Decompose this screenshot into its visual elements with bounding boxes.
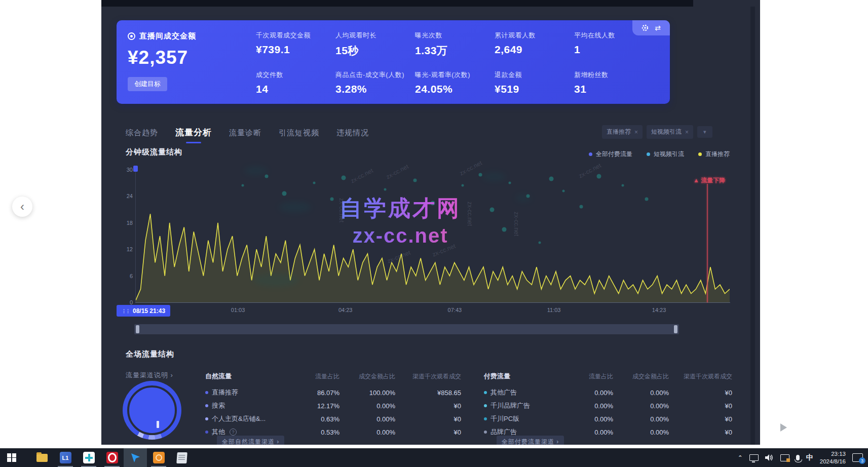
create-goal-button[interactable]: 创建目标	[128, 77, 167, 91]
tab[interactable]: 违规情况	[336, 128, 369, 144]
tab-bar: 综合趋势流量分析流量诊断引流短视频违规情况	[126, 127, 369, 144]
banner-metric: 退款金额¥519	[495, 70, 574, 95]
filter-chip-label: 短视频引流	[651, 128, 682, 136]
legend-label: 短视频引流	[654, 150, 684, 159]
blue-l1-app-button[interactable]: L1	[54, 448, 77, 467]
channel-dot	[205, 391, 208, 394]
chip-close-icon[interactable]: ×	[685, 129, 689, 136]
legend-label: 全部付费流量	[596, 150, 632, 159]
swap-icon[interactable]: ⇄	[655, 24, 661, 31]
help-icon[interactable]: ?	[230, 429, 237, 436]
channel-help-link[interactable]: 流量渠道说明 ›	[126, 371, 173, 380]
blue-pointer-app-button[interactable]	[124, 448, 147, 467]
watermark-tile: zx-cc.net	[431, 243, 457, 258]
legend-dot	[647, 152, 650, 156]
metric-value: 1	[574, 44, 654, 56]
metric-label: 新增粉丝数	[574, 70, 654, 80]
metric-label: 人均观看时长	[335, 31, 415, 40]
start-button[interactable]	[0, 448, 23, 467]
notification-center-icon[interactable]: 3	[852, 453, 863, 462]
metric-label: 千次观看成交金额	[256, 31, 335, 40]
per-mille-gmv: ¥0	[395, 429, 461, 436]
snip-tool-icon[interactable]	[780, 454, 789, 461]
microphone-icon[interactable]	[796, 455, 800, 460]
all-paid-channels-link[interactable]: 全部付费流量渠道 ›	[497, 436, 564, 445]
traffic-share: 0.00%	[565, 389, 613, 397]
prev-video-button[interactable]: ‹	[12, 197, 32, 217]
gmv-share: 0.00%	[613, 415, 669, 423]
event-marker-line	[707, 184, 708, 302]
chart-legend: 全部付费流量短视频引流直播推荐	[517, 150, 730, 159]
tab[interactable]: 综合趋势	[126, 128, 158, 144]
notification-badge: 3	[859, 457, 865, 464]
chart-range-slider[interactable]	[134, 324, 679, 334]
metric-value: ¥739.1	[256, 44, 335, 56]
channel-label: 个人主页&店铺&...	[212, 414, 266, 423]
banner-metric: 商品点击-成交率(人数)3.28%	[335, 70, 415, 95]
teal-plus-icon	[83, 452, 95, 463]
scrollbar[interactable]	[750, 7, 755, 445]
metric-value: ¥519	[495, 83, 574, 95]
legend-label: 直播推荐	[705, 150, 730, 159]
gear-icon[interactable]	[641, 24, 649, 31]
banner-metric: 新增粉丝数31	[574, 70, 654, 95]
filter-dropdown-icon[interactable]: ▾	[697, 126, 712, 138]
per-mille-gmv: ¥0	[395, 402, 461, 410]
x-start-label[interactable]: ⋮⋮ 08/15 21:43	[117, 305, 170, 317]
clock[interactable]: 23:13 2024/8/16	[820, 450, 846, 465]
traffic-alert-badge[interactable]: ▲ 流量下降	[693, 176, 725, 185]
traffic-share: 0.63%	[291, 415, 339, 423]
video-artifact-blob	[482, 172, 506, 181]
red-o-icon	[106, 452, 118, 463]
banner-metric: 成交件数14	[256, 70, 335, 95]
teal-plus-app-button[interactable]	[77, 448, 100, 467]
table-header-cell: 成交金额占比	[339, 372, 395, 381]
chip-close-icon[interactable]: ×	[634, 129, 638, 136]
y-tick-label: 30	[120, 167, 133, 173]
traffic-share: 12.17%	[291, 402, 339, 410]
tray-expand-icon[interactable]: ⌃	[738, 454, 743, 461]
legend-item[interactable]: 全部付费流量	[589, 150, 632, 159]
legend-item[interactable]: 短视频引流	[647, 150, 684, 159]
watermark-tile: zx-cc.net	[466, 202, 473, 226]
alert-label: 流量下降	[701, 177, 725, 184]
display-icon[interactable]	[749, 454, 759, 461]
minute-section-title: 分钟级流量结构	[126, 147, 182, 157]
filter-chip[interactable]: 短视频引流×	[647, 125, 693, 139]
watermark-tile: zx-cc.net	[578, 162, 602, 180]
gmv-share: 0.00%	[339, 429, 395, 436]
tab[interactable]: 引流短视频	[279, 128, 319, 144]
traffic-share: 86.07%	[291, 389, 339, 397]
channel-name: 搜索	[205, 401, 291, 410]
channel-dot	[205, 404, 208, 407]
axis-handle[interactable]	[133, 166, 138, 172]
banner-metric: 平均在线人数1	[574, 31, 654, 58]
x-tick-label: 11:03	[539, 307, 569, 313]
per-mille-gmv: ¥0	[395, 415, 461, 423]
orange-app-button[interactable]	[147, 448, 170, 467]
slider-right-handle[interactable]	[674, 325, 677, 333]
slider-left-handle[interactable]	[136, 325, 139, 333]
legend-item[interactable]: 直播推荐	[698, 150, 730, 159]
alert-triangle-icon: ▲	[693, 177, 699, 184]
play-icon[interactable]	[780, 423, 787, 432]
tab[interactable]: 流量诊断	[229, 128, 261, 144]
notepad-app-button[interactable]	[170, 448, 194, 467]
tray-date: 2024/8/16	[820, 458, 846, 465]
table-header-cell: 自然流量	[205, 372, 291, 381]
watermark-tile: zx-cc.net	[350, 167, 374, 185]
tab[interactable]: 流量分析	[175, 127, 212, 144]
donut-hole	[127, 385, 177, 435]
table-header-cell: 成交金额占比	[613, 372, 669, 381]
filter-chip[interactable]: 直播推荐×	[602, 125, 643, 139]
volume-icon[interactable]	[765, 454, 774, 461]
table-row: 搜索12.17%0.00%¥0	[205, 399, 461, 412]
per-mille-gmv: ¥858.65	[395, 389, 461, 397]
table-header-row: 付费流量流量占比成交金额占比渠道千次观看成交	[484, 370, 732, 383]
all-natural-channels-link[interactable]: 全部自然流量渠道 ›	[217, 436, 284, 445]
ime-indicator[interactable]: 中	[806, 453, 813, 462]
metric-value: 15秒	[335, 44, 415, 58]
red-o-app-button[interactable]	[100, 448, 124, 467]
file-explorer-button[interactable]	[30, 448, 54, 467]
table-header-cell: 渠道千次观看成交	[395, 372, 461, 381]
